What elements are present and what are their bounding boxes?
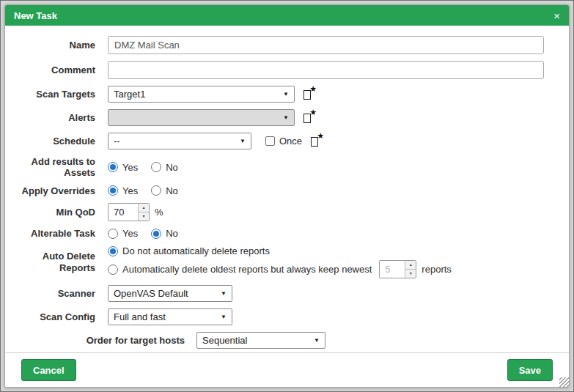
scan-config-select[interactable]: Full and fast ▼ <box>108 308 232 325</box>
auto-delete-no-label: Do not automatically delete reports <box>122 245 270 256</box>
apply-overrides-no-radio[interactable] <box>151 185 161 196</box>
host-order-value: Sequential <box>202 335 247 346</box>
scan-targets-select[interactable]: Target1 ▼ <box>108 86 295 103</box>
star-glyph: ★ <box>309 84 317 94</box>
scanner-select[interactable]: OpenVAS Default ▼ <box>108 285 232 302</box>
min-qod-unit: % <box>155 207 163 218</box>
chevron-down-icon: ▼ <box>308 337 320 344</box>
scan-targets-value: Target1 <box>114 89 145 100</box>
schedule-once-checkbox[interactable] <box>265 136 275 146</box>
close-icon[interactable]: × <box>553 10 560 21</box>
name-row: Name <box>11 36 556 54</box>
min-qod-value: 70 <box>108 204 138 221</box>
auto-delete-keep-value: 5 <box>380 261 405 278</box>
scan-config-label: Scan Config <box>11 311 108 322</box>
alterable-no-radio[interactable] <box>151 229 161 239</box>
alerts-select[interactable]: ▼ <box>108 109 295 126</box>
host-order-label: Order for target hosts <box>11 335 196 346</box>
save-button[interactable]: Save <box>507 359 553 381</box>
scan-config-row: Scan Config Full and fast ▼ <box>11 308 556 325</box>
add-results-yes-label: Yes <box>122 162 138 173</box>
new-target-icon[interactable]: ★ <box>303 88 316 101</box>
schedule-label: Schedule <box>11 136 108 147</box>
add-results-no-label: No <box>166 162 178 173</box>
stepper-down-icon[interactable]: ▾ <box>139 212 149 221</box>
auto-delete-options: Do not automatically delete reports Auto… <box>108 245 452 278</box>
scan-targets-row: Scan Targets Target1 ▼ ★ <box>11 86 556 103</box>
host-order-select[interactable]: Sequential ▼ <box>196 332 325 349</box>
cancel-button[interactable]: Cancel <box>21 359 76 381</box>
add-results-no-radio[interactable] <box>151 162 161 172</box>
auto-delete-keep-stepper[interactable]: ▴ ▾ <box>405 261 416 278</box>
alterable-yes-radio[interactable] <box>108 229 118 239</box>
alerts-row: Alerts ▼ ★ <box>11 109 556 126</box>
chevron-down-icon: ▼ <box>215 314 227 320</box>
apply-overrides-yes-label: Yes <box>122 185 138 196</box>
alterable-row: Alterable Task Yes No <box>11 228 556 239</box>
auto-delete-suffix: reports <box>422 264 451 275</box>
scanner-value: OpenVAS Default <box>114 288 188 299</box>
dialog-footer: Cancel Save <box>5 352 569 387</box>
schedule-value: -- <box>114 136 120 147</box>
auto-delete-keep-label: Automatically delete oldest reports but … <box>122 264 372 275</box>
add-results-row: Add results to Assets Yes No <box>11 156 556 179</box>
auto-delete-no-radio[interactable] <box>108 246 118 256</box>
dialog-titlebar[interactable]: New Task × <box>5 5 569 26</box>
name-label: Name <box>11 40 108 51</box>
comment-label: Comment <box>11 64 108 75</box>
alterable-yes-label: Yes <box>122 228 138 239</box>
min-qod-stepper[interactable]: ▴ ▾ <box>138 204 149 221</box>
scanner-row: Scanner OpenVAS Default ▼ <box>11 285 556 302</box>
chevron-down-icon: ▼ <box>215 290 227 297</box>
apply-overrides-yes-radio[interactable] <box>108 185 118 196</box>
dialog-content: Name Comment Scan Targets Target1 ▼ ★ <box>5 26 569 352</box>
apply-overrides-row: Apply Overrides Yes No <box>11 185 556 196</box>
new-alert-icon[interactable]: ★ <box>303 111 316 125</box>
stepper-down-icon[interactable]: ▾ <box>405 270 416 278</box>
scan-targets-label: Scan Targets <box>11 89 108 100</box>
apply-overrides-no-label: No <box>166 185 178 196</box>
auto-delete-row: Auto Delete Reports Do not automatically… <box>11 245 556 278</box>
auto-delete-keep-input[interactable]: 5 ▴ ▾ <box>379 260 416 278</box>
auto-delete-option-1: Do not automatically delete reports <box>108 245 452 256</box>
chevron-down-icon: ▼ <box>277 114 289 121</box>
chevron-down-icon: ▼ <box>234 138 246 144</box>
apply-overrides-label: Apply Overrides <box>11 185 108 196</box>
star-glyph: ★ <box>317 131 324 141</box>
resize-handle[interactable] <box>559 377 569 387</box>
comment-row: Comment <box>11 61 556 79</box>
name-input[interactable] <box>108 36 544 54</box>
new-task-dialog: New Task × Name Comment Scan Targets Tar… <box>4 4 570 388</box>
min-qod-row: Min QoD 70 ▴ ▾ % <box>11 203 556 221</box>
schedule-row: Schedule -- ▼ Once ★ <box>11 133 556 149</box>
dialog-title: New Task <box>14 10 57 21</box>
auto-delete-keep-radio[interactable] <box>108 265 118 275</box>
star-glyph: ★ <box>309 108 317 117</box>
schedule-select[interactable]: -- ▼ <box>108 133 251 149</box>
scanner-label: Scanner <box>11 288 108 299</box>
new-schedule-icon[interactable]: ★ <box>310 135 323 148</box>
alerts-label: Alerts <box>11 112 108 123</box>
stepper-up-icon[interactable]: ▴ <box>405 261 416 270</box>
add-results-yes-radio[interactable] <box>108 162 118 172</box>
min-qod-label: Min QoD <box>11 207 108 218</box>
scan-config-value: Full and fast <box>114 311 166 322</box>
auto-delete-option-2: Automatically delete oldest reports but … <box>108 260 452 278</box>
comment-input[interactable] <box>108 61 544 79</box>
host-order-row: Order for target hosts Sequential ▼ <box>11 332 556 349</box>
alterable-no-label: No <box>166 228 178 239</box>
schedule-once-label: Once <box>279 136 302 147</box>
min-qod-input[interactable]: 70 ▴ ▾ <box>108 203 150 221</box>
chevron-down-icon: ▼ <box>277 91 289 97</box>
new-task-dialog-window: New Task × Name Comment Scan Targets Tar… <box>0 0 574 392</box>
alterable-label: Alterable Task <box>11 228 108 239</box>
stepper-up-icon[interactable]: ▴ <box>139 204 149 212</box>
auto-delete-label: Auto Delete Reports <box>11 251 108 273</box>
add-results-label: Add results to Assets <box>11 156 108 179</box>
